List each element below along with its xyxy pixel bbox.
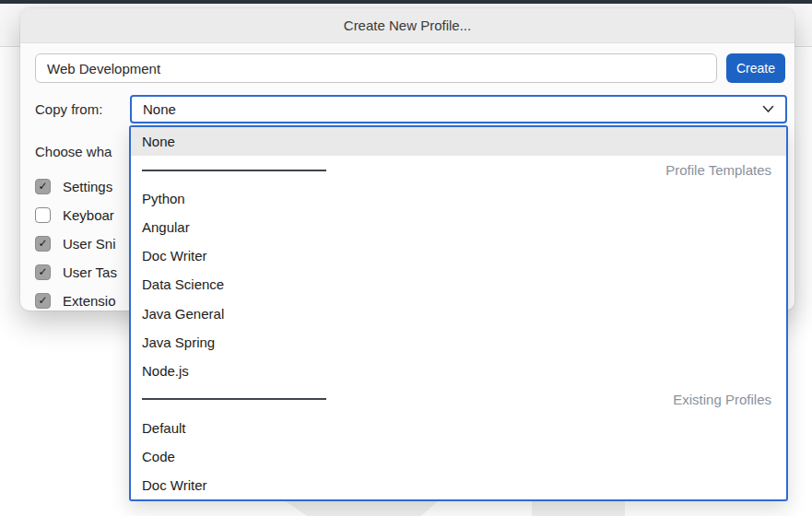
dropdown-option-label: Java Spring bbox=[142, 334, 215, 350]
dropdown-option-label: Angular bbox=[142, 219, 190, 235]
checkbox-label: Settings bbox=[63, 179, 112, 194]
checkbox-checked[interactable]: ✓ bbox=[35, 293, 51, 309]
checkbox-checked[interactable]: ✓ bbox=[35, 179, 51, 194]
dropdown-option-label: Code bbox=[142, 449, 175, 464]
checkbox-label: User Tas bbox=[63, 264, 117, 280]
dropdown-option-label: Java General bbox=[142, 306, 224, 322]
dropdown-option-angular[interactable]: Angular bbox=[131, 213, 786, 241]
dropdown-option-label: Python bbox=[142, 191, 185, 206]
dropdown-option-label: Node.js bbox=[142, 363, 189, 379]
background-watermark-shape bbox=[286, 501, 438, 516]
checkbox-label: User Sni bbox=[63, 236, 116, 252]
dropdown-option-java-spring[interactable]: Java Spring bbox=[131, 328, 786, 357]
checkmark-icon: ✓ bbox=[38, 238, 47, 249]
dropdown-option-label: Doc Writer bbox=[142, 248, 207, 264]
dropdown-option-java-general[interactable]: Java General bbox=[131, 299, 786, 327]
dropdown-option-code[interactable]: Code bbox=[131, 442, 786, 471]
checkmark-icon: ✓ bbox=[38, 295, 47, 306]
choose-what-label: Choose wha bbox=[35, 144, 112, 159]
dialog-title: Create New Profile... bbox=[344, 18, 471, 33]
dropdown-option-label: Data Science bbox=[142, 276, 224, 292]
checkbox-label: Extensio bbox=[63, 293, 116, 309]
dialog-titlebar: Create New Profile... bbox=[20, 8, 794, 43]
separator-line bbox=[142, 170, 326, 171]
create-button[interactable]: Create bbox=[726, 53, 785, 83]
dropdown-group-existing-profiles: Existing Profiles bbox=[131, 385, 786, 414]
dropdown-group-label: Existing Profiles bbox=[673, 392, 771, 407]
dropdown-group-label: Profile Templates bbox=[665, 162, 771, 178]
separator-line bbox=[142, 398, 326, 400]
checkbox-label: Keyboar bbox=[63, 207, 114, 223]
dropdown-option-label: Doc Writer bbox=[142, 477, 207, 493]
copy-from-label: Copy from: bbox=[35, 95, 102, 123]
copy-from-selected-value: None bbox=[143, 101, 176, 117]
dropdown-option-nodejs[interactable]: Node.js bbox=[131, 357, 786, 385]
checkbox-unchecked[interactable] bbox=[35, 207, 51, 223]
chevron-down-icon bbox=[762, 105, 774, 113]
dropdown-option-python[interactable]: Python bbox=[131, 184, 786, 213]
profile-name-input[interactable] bbox=[35, 53, 717, 83]
copy-from-dropdown-list: None Profile Templates Python Angular Do… bbox=[129, 125, 788, 501]
checkbox-checked[interactable]: ✓ bbox=[35, 236, 51, 252]
background-watermark-shape bbox=[532, 501, 625, 516]
dropdown-option-doc-writer-existing[interactable]: Doc Writer bbox=[131, 471, 786, 499]
checkmark-icon: ✓ bbox=[38, 181, 47, 192]
dropdown-option-data-science[interactable]: Data Science bbox=[131, 270, 786, 299]
dropdown-option-doc-writer[interactable]: Doc Writer bbox=[131, 241, 786, 270]
dropdown-option-none[interactable]: None bbox=[131, 127, 786, 156]
dropdown-option-default[interactable]: Default bbox=[131, 414, 786, 442]
dropdown-group-profile-templates: Profile Templates bbox=[131, 156, 786, 184]
dropdown-option-label: None bbox=[142, 134, 175, 149]
copy-from-select[interactable]: None bbox=[130, 95, 787, 123]
dropdown-option-label: Default bbox=[142, 420, 186, 436]
checkbox-checked[interactable]: ✓ bbox=[35, 264, 51, 280]
checkmark-icon: ✓ bbox=[38, 266, 47, 277]
